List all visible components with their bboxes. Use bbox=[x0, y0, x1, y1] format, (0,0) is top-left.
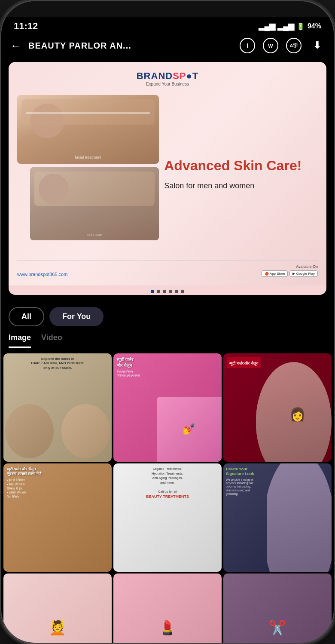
hero-banner-inner: BRANDSP●T Expand Your Business bbox=[9, 62, 326, 285]
all-filter-tab[interactable]: All bbox=[9, 307, 44, 326]
dot-2[interactable] bbox=[157, 290, 160, 293]
available-section: Available On 🍎 App Store ▶ Google Play bbox=[262, 264, 318, 277]
hero-footer: www.brandspot365.com Available On 🍎 App … bbox=[17, 261, 318, 277]
nav-action-icons: i w A字 ⬇ bbox=[240, 38, 325, 53]
phone-screen: 11:12 ▂▄▆ ▂▄▆ 🔋 94% ← BEAUTY PARLOR AN..… bbox=[0, 17, 335, 644]
info-icon: i bbox=[247, 42, 248, 49]
w-icon: w bbox=[268, 42, 273, 49]
grid-item-9[interactable]: ✂️ bbox=[223, 573, 332, 644]
hero-subtext: Salon for men and women bbox=[164, 181, 318, 191]
hero-images: facial treatment skin care bbox=[17, 95, 159, 255]
play-icon: ▶ bbox=[292, 272, 295, 276]
filter-tabs: All For You bbox=[0, 302, 335, 330]
translate-button[interactable]: A字 bbox=[286, 38, 302, 53]
image-grid: Explore the latest inHAIR, FASHION, AND … bbox=[0, 348, 335, 644]
pagination-dots bbox=[9, 285, 326, 295]
hero-content: facial treatment skin care bbox=[17, 95, 318, 255]
download-button[interactable]: ⬇ bbox=[309, 38, 325, 53]
download-icon: ⬇ bbox=[313, 40, 321, 51]
grid-item-1[interactable]: Explore the latest inHAIR, FASHION, AND … bbox=[3, 353, 112, 462]
brand-url: www.brandspot365.com bbox=[17, 272, 67, 277]
dot-4[interactable] bbox=[169, 290, 172, 293]
brand-tagline: Expand Your Business bbox=[17, 82, 318, 86]
for-you-filter-tab[interactable]: For You bbox=[49, 307, 104, 326]
w-button[interactable]: w bbox=[263, 38, 278, 53]
battery-percent: 94% bbox=[308, 22, 321, 30]
signal-icon-2: ▂▄▆ bbox=[277, 21, 294, 31]
dot-6[interactable] bbox=[181, 290, 184, 293]
store-badges: 🍎 App Store ▶ Google Play bbox=[262, 270, 318, 277]
volume-silent-button bbox=[0, 95, 1, 116]
hero-image-2: skin care bbox=[30, 167, 159, 240]
phone-frame: 11:12 ▂▄▆ ▂▄▆ 🔋 94% ← BEAUTY PARLOR AN..… bbox=[0, 0, 335, 644]
volume-down-button bbox=[0, 168, 1, 202]
top-navigation: ← BEAUTY PARLOR AN... i w A字 ⬇ bbox=[0, 34, 335, 58]
dot-3[interactable] bbox=[163, 290, 166, 293]
content-type-tabs: Image Video bbox=[0, 330, 335, 348]
grid-item-3[interactable]: ब्यूटी पार्लर और सैलून 👩 bbox=[223, 353, 332, 462]
back-button[interactable]: ← bbox=[10, 39, 21, 52]
status-bar: 11:12 ▂▄▆ ▂▄▆ 🔋 94% bbox=[0, 17, 335, 34]
page-title: BEAUTY PARLOR AN... bbox=[28, 41, 233, 51]
image-tab[interactable]: Image bbox=[9, 333, 31, 348]
status-time: 11:12 bbox=[14, 21, 38, 32]
brand-name: BRANDSP●T bbox=[17, 71, 318, 82]
grid-item-7[interactable]: 💆 bbox=[3, 573, 112, 644]
dot-1[interactable] bbox=[151, 290, 154, 293]
apple-icon: 🍎 bbox=[265, 272, 269, 276]
video-tab[interactable]: Video bbox=[41, 333, 62, 348]
translate-icon: A字 bbox=[290, 43, 298, 49]
hero-image-1: facial treatment bbox=[17, 95, 159, 164]
hero-heading: Advanced Skin Care! bbox=[164, 158, 318, 173]
app-store-badge[interactable]: 🍎 App Store bbox=[262, 270, 288, 277]
grid-item-2[interactable]: ब्यूटी पार्लरऔर सैलून हेयर/नेल/स्किनफेशि… bbox=[113, 353, 222, 462]
signal-icon-1: ▂▄▆ bbox=[259, 21, 275, 31]
dot-5[interactable] bbox=[175, 290, 178, 293]
status-icons: ▂▄▆ ▂▄▆ 🔋 94% bbox=[259, 21, 321, 31]
grid-item-8[interactable]: 💄 bbox=[113, 573, 222, 644]
notch bbox=[137, 5, 198, 17]
info-button[interactable]: i bbox=[240, 38, 255, 53]
google-play-badge[interactable]: ▶ Google Play bbox=[289, 270, 318, 277]
notch-area bbox=[0, 0, 335, 17]
available-text: Available On bbox=[296, 264, 318, 269]
main-content: BRANDSP●T Expand Your Business bbox=[0, 58, 335, 644]
grid-item-4[interactable]: ब्यूटी पार्लर और सैलूनसुंदरता आपकी आत्मा… bbox=[3, 463, 112, 572]
hero-text: Advanced Skin Care! Salon for men and wo… bbox=[164, 95, 318, 255]
hero-banner: BRANDSP●T Expand Your Business bbox=[9, 62, 326, 295]
battery-icon: 🔋 bbox=[296, 22, 305, 31]
brand-logo: BRANDSP●T Expand Your Business bbox=[17, 71, 318, 86]
grid-item-5[interactable]: Organic Treatments,Hydration Treatments,… bbox=[113, 463, 222, 572]
grid-item-6[interactable]: Create YourSignature Look We provide a r… bbox=[223, 463, 332, 572]
volume-up-button bbox=[0, 125, 1, 159]
